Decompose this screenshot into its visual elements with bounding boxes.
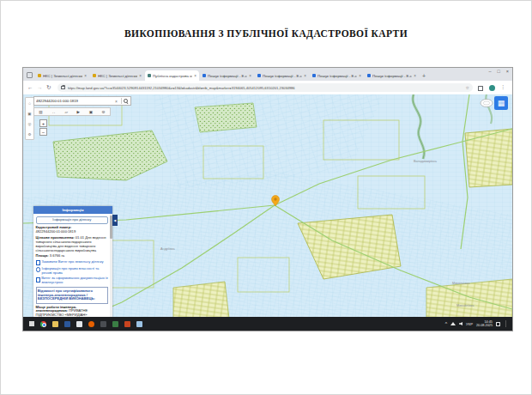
reload-icon[interactable]: ↻ [46, 84, 51, 91]
cadastral-search-input[interactable]: 4822944200:01:000:1819 × [33, 96, 131, 106]
measure-icon[interactable]: ↔ [51, 110, 56, 114]
tab-nks-2[interactable]: НКС | Земельні ділянки × [90, 70, 144, 81]
url-field[interactable]: https://map.land.gov.ua/?cc=3544023,5290… [57, 83, 473, 92]
search-icon[interactable] [124, 99, 128, 103]
clock[interactable]: 14:45 20.08.2025 [476, 320, 493, 328]
panel-scrollbar[interactable] [110, 214, 112, 317]
browser-tab-strip: НКС | Земельні ділянки × НКС | Земельні … [23, 68, 512, 81]
layers-icon[interactable]: ▣ [27, 112, 31, 116]
minimize-button[interactable]: – [488, 69, 491, 74]
firefox-icon[interactable] [88, 321, 94, 327]
clear-search-icon[interactable]: × [115, 99, 118, 104]
eservice-favicon [203, 74, 206, 77]
volume-icon[interactable] [459, 322, 462, 325]
executor-note: Відомості про сертифікованого інженера-з… [36, 287, 109, 303]
url-text: https://map.land.gov.ua/?cc=3544023,5290… [68, 86, 464, 90]
browser-window: НКС | Земельні ділянки × НКС | Земельні … [22, 67, 513, 331]
tab-eservices-4[interactable]: Пошук інформації - Е-сервіси × [365, 70, 419, 81]
zoom-in-button[interactable]: + [39, 119, 47, 127]
tab-label: Пошук інформації - Е-сервіси [263, 74, 302, 78]
tab-close-icon[interactable]: × [359, 74, 361, 78]
document-app-icon[interactable] [76, 321, 82, 327]
tab-close-icon[interactable]: × [249, 74, 251, 78]
tools-gear-icon[interactable]: ⚙ [102, 110, 106, 114]
settings-gear-icon[interactable]: ⚙ [27, 132, 31, 137]
cursor-icon[interactable]: ▶ [77, 110, 81, 114]
settlement-label: Михайлівка [456, 304, 474, 307]
tab-nks-1[interactable]: НКС | Земельні ділянки × [35, 70, 89, 81]
profile-avatar[interactable] [489, 85, 495, 91]
search-value: 4822944200:01:000:1819 [36, 99, 113, 103]
start-button[interactable] [29, 321, 34, 326]
dark-app-icon[interactable] [100, 321, 106, 327]
field-value: 4822944200:01:000:1819 [36, 229, 76, 234]
browser-menu-icon[interactable]: ⋮ [500, 83, 505, 89]
field-value: 3.6766 га [50, 253, 64, 258]
nks-favicon [93, 74, 96, 77]
panel-title: Інформація [33, 206, 112, 214]
light-app-icon[interactable] [136, 321, 142, 327]
tab-label: Пошук інформації - Е-сервіси [372, 74, 412, 78]
history-icon[interactable]: ◎ [28, 122, 32, 126]
tab-eservices-3[interactable]: Пошук інформації - Е-сервіси × [310, 70, 364, 81]
page-title: ВИКОПІЮВАННЯ З ПУБЛІЧНОЇ КАДАСТРОВОЇ КАР… [1, 28, 531, 39]
new-tab-button[interactable]: + [422, 73, 426, 79]
forward-icon[interactable]: → [37, 84, 43, 91]
excel-icon[interactable] [112, 321, 118, 327]
maximize-button[interactable]: □ [497, 69, 499, 74]
workspace-icon[interactable] [27, 72, 33, 78]
info-icon [36, 267, 41, 272]
word-icon[interactable] [64, 321, 70, 327]
language-indicator[interactable]: УКР [466, 322, 473, 326]
nks-favicon [38, 74, 41, 77]
tab-label: Пошук інформації - Е-сервіси [208, 74, 247, 78]
eservice-favicon [312, 74, 316, 77]
close-button[interactable]: × [506, 69, 509, 74]
print-icon[interactable]: ▤ [39, 110, 42, 114]
map-viewport: Володимирівка Андріївка Миколаївка Михай… [23, 94, 512, 317]
copy-layers-icon[interactable]: ▣ [89, 110, 93, 114]
tab-close-icon[interactable]: × [194, 74, 196, 78]
back-icon[interactable]: ← [27, 84, 33, 91]
ownership-info-link[interactable]: Інформація про право власності та речові… [36, 267, 109, 276]
stadium-icon [481, 100, 493, 107]
land-doc-extract-link[interactable]: Витяг за сформованою документацією із зе… [36, 276, 109, 285]
windows-taskbar: ^ УКР 14:45 20.08.2025 [23, 317, 512, 331]
action-center-icon[interactable] [496, 322, 500, 326]
zoom-control: + − [39, 119, 47, 136]
tab-eservices-1[interactable]: Пошук інформації - Е-сервіси × [200, 70, 254, 81]
link-label: Витяг за сформованою документацією із зе… [41, 276, 108, 285]
document-page: ВИКОПІЮВАННЯ З ПУБЛІЧНОЇ КАДАСТРОВОЇ КАР… [0, 0, 532, 395]
settlement-label: Андріївка [160, 247, 175, 251]
chrome-icon[interactable] [40, 321, 46, 327]
parcel-info-panel: Інформація Інформація про ділянку Кадаст… [33, 206, 112, 317]
settlement-label: Володимирівка [414, 160, 437, 163]
browser-address-bar: ← → ↻ https://map.land.gov.ua/?cc=354402… [23, 81, 512, 95]
panel-collapse-button[interactable]: ◀ [112, 215, 118, 226]
tray-expand-icon[interactable]: ^ [445, 322, 447, 326]
purpose-field: Цільове призначення: 01.01 Для ведення т… [36, 236, 109, 253]
orange-app-icon[interactable] [124, 321, 130, 327]
tab-cadastral-map-active[interactable]: Публічна кадастрова карта Ук × [145, 70, 199, 81]
tab-close-icon[interactable]: × [304, 74, 306, 78]
tab-close-icon[interactable]: × [139, 74, 142, 78]
map-toolbar: ▤ ↔ ▱ ▶ ▣ ⚙ [33, 107, 111, 116]
area-measure-icon[interactable]: ▱ [64, 110, 68, 114]
folder-icon[interactable] [52, 321, 58, 327]
system-tray: ^ УКР 14:45 20.08.2025 [445, 320, 512, 328]
order-extract-link[interactable]: Замовити Витяг про земельну ділянку [36, 260, 109, 265]
parcel-details-button[interactable]: Інформація про ділянку [36, 216, 109, 224]
extensions-icon[interactable] [478, 86, 483, 91]
tab-close-icon[interactable]: × [414, 74, 416, 78]
tab-close-icon[interactable]: × [84, 74, 87, 78]
eservice-favicon [367, 74, 371, 77]
network-icon[interactable] [450, 322, 456, 325]
zoom-out-button[interactable]: − [39, 128, 47, 136]
bookmark-star-icon[interactable]: ☆ [466, 85, 469, 90]
favorites-star-icon[interactable]: ☆ [27, 101, 31, 106]
tab-label: Пошук інформації - Е-сервіси [317, 74, 357, 78]
lock-icon [61, 86, 65, 90]
basemap-layers-button[interactable]: ▦ [494, 96, 508, 110]
tab-eservices-2[interactable]: Пошук інформації - Е-сервіси × [255, 70, 309, 81]
show-desktop-button[interactable] [505, 320, 508, 328]
